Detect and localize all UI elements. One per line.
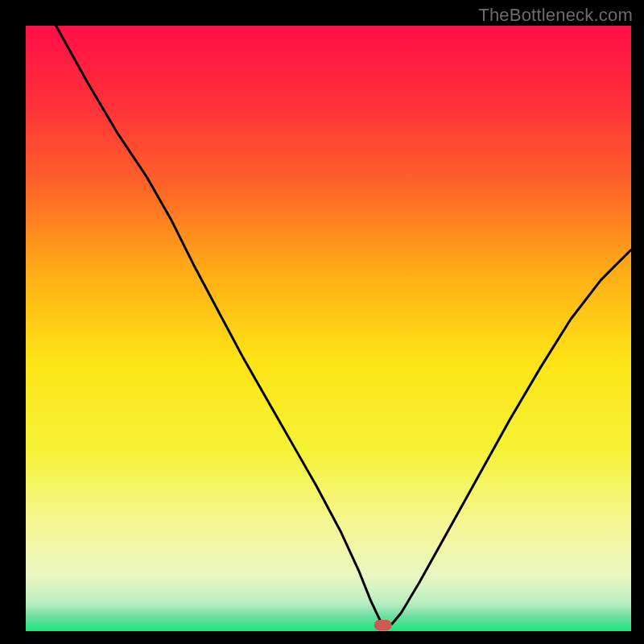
chart-frame: TheBottleneck.com bbox=[0, 0, 644, 644]
watermark-text: TheBottleneck.com bbox=[478, 5, 633, 26]
plot-area bbox=[26, 26, 631, 631]
minimum-marker bbox=[374, 620, 392, 630]
gradient-background bbox=[26, 26, 631, 631]
chart-svg bbox=[26, 26, 631, 631]
